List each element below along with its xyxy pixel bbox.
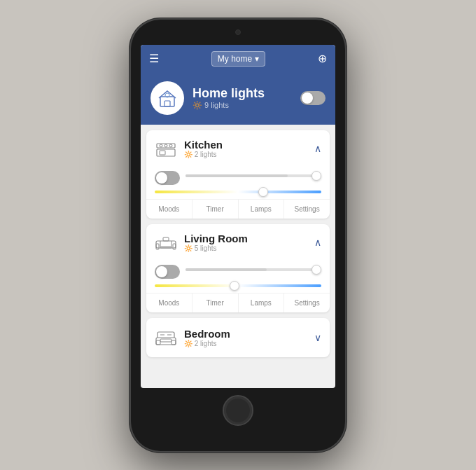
living-room-card: Living Room 🔆 5 lights ∧ (146, 224, 330, 312)
kitchen-toggle[interactable] (155, 171, 180, 185)
home-lights-info: Home lights 🔆 9 lights (192, 86, 292, 110)
phone-camera (235, 29, 241, 35)
kitchen-subtitle: 🔆 2 lights (184, 151, 307, 158)
kitchen-toggle-row (155, 171, 321, 185)
kitchen-info: Kitchen 🔆 2 lights (184, 139, 307, 158)
living-room-toggle-row (155, 265, 321, 279)
svg-rect-13 (163, 237, 169, 241)
phone-home-button[interactable] (223, 395, 253, 426)
living-room-settings-btn[interactable]: Settings (284, 293, 330, 312)
living-room-actions: Moods Timer Lamps Settings (146, 293, 330, 312)
home-selector-label: My home (218, 54, 252, 64)
svg-rect-8 (160, 151, 165, 155)
bedroom-card: Bedroom 🔆 2 lights ∨ (146, 318, 330, 357)
kitchen-timer-btn[interactable]: Timer (192, 200, 239, 219)
bedroom-info: Bedroom 🔆 2 lights (184, 328, 307, 347)
kitchen-card: Kitchen 🔆 2 lights ∧ (146, 130, 330, 219)
home-lights-toggle[interactable] (300, 91, 326, 105)
kitchen-color-slider[interactable] (155, 191, 321, 193)
living-room-chevron[interactable]: ∧ (314, 237, 321, 248)
kitchen-actions: Moods Timer Lamps Settings (146, 199, 330, 219)
living-room-header: Living Room 🔆 5 lights ∧ (146, 224, 330, 261)
living-room-icon (155, 231, 177, 254)
kitchen-count: 2 lights (195, 151, 217, 158)
svg-point-6 (164, 144, 167, 147)
kitchen-moods-btn[interactable]: Moods (146, 200, 192, 219)
bedroom-icon (155, 326, 177, 349)
phone-screen: ☰ My home ▾ ⊕ Home lights 🔆 (141, 45, 335, 388)
bedroom-subtitle: 🔆 2 lights (184, 340, 307, 347)
living-room-subtitle: 🔆 5 lights (184, 244, 307, 252)
kitchen-settings-btn[interactable]: Settings (284, 200, 330, 219)
living-room-expanded (146, 261, 330, 287)
home-building-icon (158, 88, 177, 108)
add-icon[interactable]: ⊕ (318, 52, 327, 65)
bedroom-header: Bedroom 🔆 2 lights ∨ (146, 318, 330, 357)
bedroom-count: 2 lights (195, 340, 217, 347)
kitchen-header: Kitchen 🔆 2 lights ∧ (146, 130, 330, 167)
phone-device: ☰ My home ▾ ⊕ Home lights 🔆 (130, 18, 346, 452)
living-room-toggle[interactable] (155, 265, 180, 279)
living-room-brightness-slider[interactable] (186, 268, 321, 275)
kitchen-name: Kitchen (184, 139, 307, 151)
living-room-name: Living Room (184, 233, 307, 244)
svg-rect-19 (160, 339, 172, 342)
svg-rect-12 (160, 247, 172, 248)
home-lights-banner: Home lights 🔆 9 lights (141, 73, 335, 125)
kitchen-brightness-slider[interactable] (186, 174, 321, 181)
living-room-count: 5 lights (195, 244, 217, 252)
living-room-lamps-btn[interactable]: Lamps (239, 293, 285, 312)
home-lights-subtitle: 🔆 9 lights (192, 101, 292, 110)
svg-point-5 (160, 144, 162, 147)
bedroom-chevron[interactable]: ∨ (314, 332, 321, 343)
kitchen-icon (155, 137, 177, 160)
home-lights-bulb-icon: 🔆 (192, 101, 202, 109)
home-lights-count: 9 lights (204, 101, 229, 109)
svg-point-7 (169, 144, 172, 147)
kitchen-expanded (146, 167, 330, 193)
living-room-bulb: 🔆 (184, 244, 192, 252)
kitchen-bulb: 🔆 (184, 151, 192, 158)
kitchen-chevron[interactable]: ∧ (314, 143, 321, 154)
home-selector-chevron: ▾ (255, 54, 259, 64)
svg-rect-0 (160, 97, 174, 106)
svg-rect-1 (164, 101, 170, 106)
living-room-color-slider[interactable] (155, 284, 321, 287)
app-header: ☰ My home ▾ ⊕ (141, 45, 335, 73)
living-room-info: Living Room 🔆 5 lights (184, 233, 307, 252)
kitchen-lamps-btn[interactable]: Lamps (239, 200, 285, 219)
bedroom-name: Bedroom (184, 328, 307, 340)
bedroom-bulb: 🔆 (184, 340, 192, 347)
rooms-container: Kitchen 🔆 2 lights ∧ (141, 125, 335, 363)
home-lights-title: Home lights (192, 86, 292, 101)
home-icon-circle (150, 81, 184, 115)
living-room-moods-btn[interactable]: Moods (146, 293, 192, 312)
living-room-timer-btn[interactable]: Timer (192, 293, 239, 312)
home-selector[interactable]: My home ▾ (211, 51, 265, 67)
menu-icon[interactable]: ☰ (149, 52, 159, 65)
